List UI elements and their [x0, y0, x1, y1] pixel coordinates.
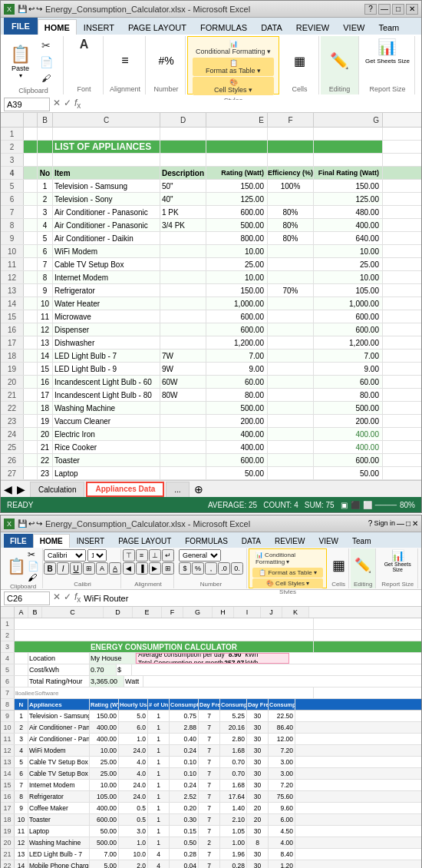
cell-20e[interactable]: 60.00 — [206, 376, 268, 388]
tab2-view[interactable]: VIEW — [312, 534, 345, 548]
tab-file[interactable]: FILE — [4, 18, 38, 35]
cell-2g[interactable] — [314, 141, 383, 153]
sheet-tab-calculation[interactable]: Calculation — [30, 482, 84, 497]
cell-4e[interactable]: Rating (Watt) — [206, 167, 268, 179]
cell-9f[interactable]: 80% — [268, 232, 314, 244]
cell2-21-app[interactable]: LED Light Bulb - 7 — [28, 849, 90, 860]
cell-10g[interactable]: 10.00 — [314, 245, 383, 257]
cell2-11-units[interactable]: 1 — [148, 734, 170, 744]
cell-7a[interactable] — [24, 206, 38, 218]
cell2-13-units[interactable]: 1 — [148, 757, 170, 767]
cell-10d[interactable] — [160, 245, 206, 257]
cell-6a[interactable] — [24, 193, 38, 205]
cell-26b[interactable]: 22 — [38, 454, 53, 466]
cell2-5c[interactable]: 0.70 — [90, 664, 117, 675]
cell-1d[interactable] — [160, 128, 206, 140]
cell2-22-month[interactable]: 1.20 — [269, 860, 295, 868]
cell-18b[interactable]: 14 — [38, 350, 53, 362]
cell-9b[interactable]: 5 — [38, 232, 53, 244]
cell-18g[interactable]: 7.00 — [314, 350, 383, 362]
cell-3c[interactable] — [53, 154, 160, 166]
cell2-5b[interactable]: Cost/kWh — [28, 664, 90, 675]
cell2-21-freqw[interactable]: 7 — [199, 849, 220, 860]
cell2-20-month[interactable]: 4.00 — [269, 837, 295, 848]
percent-btn[interactable]: % — [192, 562, 204, 575]
cell2-15-freqw[interactable]: 7 — [199, 780, 220, 790]
tab-page-layout[interactable]: PAGE LAYOUT — [121, 19, 193, 35]
cell2-10-week[interactable]: 20.16 — [220, 722, 247, 733]
cell2-15-hourly[interactable]: 24.0 — [119, 780, 148, 790]
cell2-10-rating[interactable]: 400.00 — [90, 722, 119, 733]
cell-10b[interactable]: 6 — [38, 245, 53, 257]
cell2-18-freqw[interactable]: 7 — [199, 814, 220, 825]
cell2-18-week[interactable]: 2.10 — [220, 814, 247, 825]
tab2-formulas[interactable]: FORMULAS — [178, 534, 235, 548]
cell2-9-month[interactable]: 22.50 — [269, 711, 295, 721]
cell2-21-week[interactable]: 1.96 — [220, 849, 247, 860]
cell-18d[interactable]: 7W — [160, 350, 206, 362]
cell-5b[interactable]: 1 — [38, 180, 53, 192]
wrap-btn[interactable]: ↵ — [162, 549, 174, 562]
cell2-19-rating[interactable]: 50.00 — [90, 826, 119, 837]
cell-25d[interactable] — [160, 441, 206, 453]
sheet-tab-more[interactable]: ... — [166, 482, 189, 497]
cell2-15-month[interactable]: 7.20 — [269, 780, 295, 790]
cell-4b[interactable]: No — [38, 167, 53, 179]
cell2-20-freqw[interactable]: 2 — [199, 837, 220, 848]
cell2-5d[interactable]: $ — [117, 664, 132, 675]
sheet-nav-right[interactable]: ▶ — [17, 483, 25, 495]
cell2-14-month[interactable]: 3.00 — [269, 768, 295, 779]
cell-19d[interactable]: 9W — [160, 363, 206, 375]
dec-decrease-btn[interactable]: 0. — [231, 562, 243, 575]
cell2-17-freqm[interactable]: 20 — [247, 803, 269, 813]
cell-16b[interactable]: 12 — [38, 323, 53, 336]
cell2-17-app[interactable]: Coffee Maker — [28, 803, 90, 813]
fx-cancel-icon-2[interactable]: ✕ — [53, 591, 61, 604]
cell-10f[interactable] — [268, 245, 314, 257]
cell2-14-app[interactable]: Cable TV Setup Box — [28, 768, 90, 779]
cell2-21-units[interactable]: 4 — [148, 849, 170, 860]
cell-17c[interactable]: Dishwasher — [53, 336, 160, 349]
cell2-22-freqm[interactable]: 30 — [247, 860, 269, 868]
main-title-cell[interactable]: ENERGY CONSUMPTION CALCULATOR — [15, 641, 314, 652]
cell-21c[interactable]: Incandescent Light Bulb - 80 — [53, 389, 160, 401]
cell-10a[interactable] — [24, 245, 38, 257]
view-page-icon[interactable]: ⬜ — [363, 501, 372, 509]
cell2-9-units[interactable]: 1 — [148, 711, 170, 721]
cell-3g[interactable] — [314, 154, 383, 166]
undo-icon[interactable]: ↩ — [28, 5, 35, 13]
cell2-10-month[interactable]: 86.40 — [269, 722, 295, 733]
cell-styles-btn-2[interactable]: 🎨 Cell Styles ▾ — [252, 578, 323, 588]
cell-15a[interactable] — [24, 310, 38, 323]
paste-btn-2[interactable]: 📋 — [7, 557, 26, 575]
cell-11f[interactable] — [268, 258, 314, 270]
cell2-21-n[interactable]: 13 — [15, 849, 28, 860]
cell2-6d[interactable]: Watt — [124, 676, 143, 687]
cell-8e[interactable]: 500.00 — [206, 219, 268, 231]
cell-1f[interactable] — [268, 128, 314, 140]
cell2-13-week[interactable]: 0.70 — [220, 757, 247, 767]
cell-18c[interactable]: LED Light Bulb - 7 — [53, 350, 160, 362]
cell-16a[interactable] — [24, 323, 38, 336]
cell2-17-month[interactable]: 9.60 — [269, 803, 295, 813]
cell-14f[interactable] — [268, 297, 314, 310]
number-format-select[interactable]: General — [179, 549, 221, 562]
cell-1b[interactable] — [38, 128, 53, 140]
cell-15f[interactable] — [268, 310, 314, 323]
cell-4g[interactable]: Final Rating (Watt) — [314, 167, 383, 179]
cell2-20-rating[interactable]: 500.00 — [90, 837, 119, 848]
cell-7f[interactable]: 80% — [268, 206, 314, 218]
fmt-table-btn-2[interactable]: 📋 Format as Table ▾ — [252, 568, 323, 578]
tab-team[interactable]: Team — [371, 19, 406, 35]
cell-24g[interactable]: 400.00 — [314, 428, 383, 440]
cell-styles-btn[interactable]: 🎨 Cell Styles ▾ — [193, 77, 274, 95]
cell-13e[interactable]: 150.00 — [206, 284, 268, 297]
underline-btn[interactable]: U — [70, 562, 82, 575]
cell-3e[interactable] — [206, 154, 268, 166]
cell2-11-n[interactable]: 3 — [15, 734, 28, 744]
cell-5a[interactable] — [24, 180, 38, 192]
cell-16g[interactable]: 600.00 — [314, 323, 383, 336]
cell2-20-cons[interactable]: 0.50 — [170, 837, 199, 848]
cell-7c[interactable]: Air Conditioner - Panasonic — [53, 206, 160, 218]
cell-21b[interactable]: 17 — [38, 389, 53, 401]
